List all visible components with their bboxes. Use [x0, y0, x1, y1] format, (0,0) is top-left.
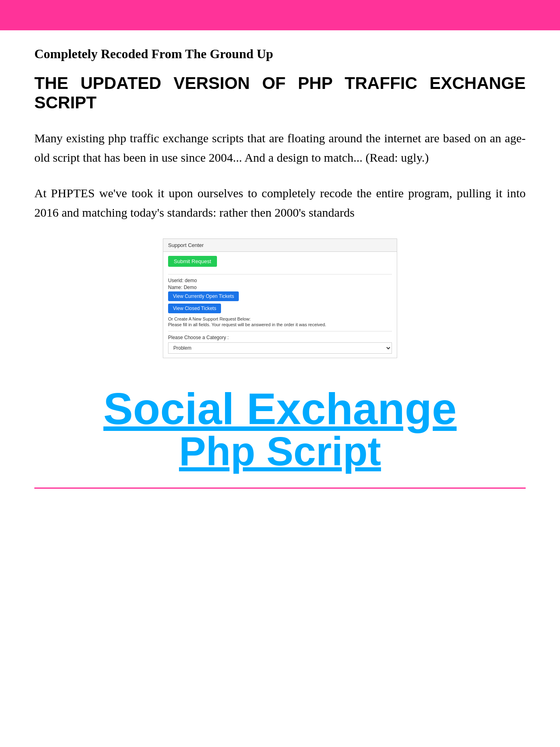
support-widget-body: Submit Request Userid: demo Name: Demo V…: [163, 252, 397, 358]
bottom-divider: [34, 487, 526, 489]
divider-2: [168, 331, 392, 331]
support-widget-header: Support Center: [163, 239, 397, 252]
category-select[interactable]: Problem: [168, 342, 392, 354]
body-text-2: At PHPTES we've took it upon ourselves t…: [34, 184, 526, 222]
php-script-title: Php Script: [34, 431, 526, 471]
social-exchange-title: Social Exchange: [34, 386, 526, 431]
or-create-text: Or Create A New Support Request Below:: [168, 317, 392, 321]
userid-label: Userid: demo: [168, 278, 392, 283]
content-area: Completely Recoded From The Ground Up TH…: [0, 46, 560, 475]
support-widget: Support Center Submit Request Userid: de…: [163, 238, 397, 358]
divider-1: [168, 274, 392, 274]
submit-request-button[interactable]: Submit Request: [168, 256, 217, 267]
fill-text: Please fill in all fields. Your request …: [168, 322, 392, 327]
category-label: Please Choose a Category :: [168, 335, 392, 340]
social-exchange-section: Social Exchange Php Script: [34, 378, 526, 475]
main-title: THE UPDATED VERSION OF PHP TRAFFIC EXCHA…: [34, 74, 526, 112]
top-banner: [0, 0, 560, 30]
body-text-1: Many existing php traffic exchange scrip…: [34, 129, 526, 167]
name-label: Name: Demo: [168, 285, 392, 290]
view-closed-tickets-button[interactable]: View Closed Tickets: [168, 304, 221, 313]
support-widget-wrapper: Support Center Submit Request Userid: de…: [34, 238, 526, 358]
subtitle: Completely Recoded From The Ground Up: [34, 46, 526, 61]
view-open-tickets-button[interactable]: View Currently Open Tickets: [168, 291, 239, 301]
